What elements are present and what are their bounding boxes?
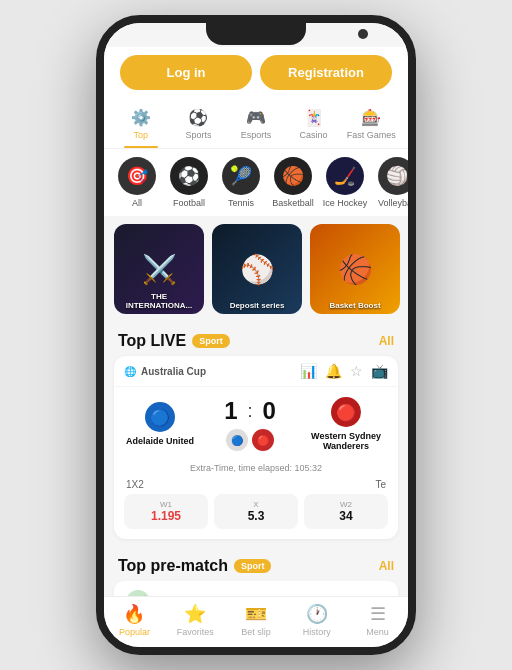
tab-sports[interactable]: ⚽ Sports: [170, 104, 228, 148]
favorites-icon: ⭐: [184, 603, 206, 625]
sport-filter: 🎯 All ⚽ Football 🎾 Tennis 🏀 Basketball 🏒…: [104, 149, 408, 216]
all-sport-icon: 🎯: [118, 157, 156, 195]
betslip-icon: 🎫: [245, 603, 267, 625]
popular-icon: 🔥: [123, 603, 145, 625]
bottom-nav: 🔥 Popular ⭐ Favorites 🎫 Bet slip 🕐 Histo…: [104, 596, 408, 647]
filter-tennis[interactable]: 🎾 Tennis: [218, 157, 264, 208]
top-icon: ⚙️: [131, 108, 151, 127]
odds-w2[interactable]: W2 34: [304, 494, 388, 529]
icehockey-icon: 🏒: [326, 157, 364, 195]
match-time: Extra-Time, time elapsed: 105:32: [114, 459, 398, 477]
tab-esports[interactable]: 🎮 Esports: [227, 104, 285, 148]
register-button[interactable]: Registration: [260, 55, 392, 90]
filter-icehockey[interactable]: 🏒 Ice Hockey: [322, 157, 368, 208]
match-header: 🌐 Australia Cup 📊 🔔 ☆ 📺: [114, 356, 398, 387]
bnav-menu[interactable]: ☰ Menu: [347, 603, 408, 637]
team1-name: Adelaide United: [126, 436, 194, 446]
promo-boost[interactable]: 🏀 Basket Boost: [310, 224, 400, 314]
bnav-history[interactable]: 🕐 History: [286, 603, 347, 637]
menu-icon: ☰: [370, 603, 386, 625]
basketball-icon: 🏀: [274, 157, 312, 195]
esports-icon: 🎮: [246, 108, 266, 127]
stream-icon[interactable]: 📺: [371, 363, 388, 379]
te-label: Te: [375, 479, 386, 490]
phone-shell: Log in Registration ⚙️ Top ⚽ Sports 🎮 Es…: [96, 15, 416, 655]
tab-top[interactable]: ⚙️ Top: [112, 104, 170, 148]
phone-notch: [206, 23, 306, 45]
score-row: 🔵 Adelaide United 1 : 0 🔵 🔴 🔴: [114, 387, 398, 459]
tab-casino[interactable]: 🃏 Casino: [285, 104, 343, 148]
stats-icon[interactable]: 📊: [300, 363, 317, 379]
promo-international[interactable]: ⚔️ THE INTERNATIONA...: [114, 224, 204, 314]
main-nav: ⚙️ Top ⚽ Sports 🎮 Esports 🃏 Casino 🎰 Fas…: [104, 98, 408, 149]
team2-block: 🔴 Western Sydney Wanderers: [306, 397, 386, 451]
casino-icon: 🃏: [304, 108, 324, 127]
market-labels: 1X2 Te: [114, 477, 398, 494]
tab-fastgames[interactable]: 🎰 Fast Games: [342, 104, 400, 148]
match-league: 🌐 Australia Cup: [124, 366, 206, 377]
bell-icon[interactable]: 🔔: [325, 363, 342, 379]
bnav-betslip[interactable]: 🎫 Bet slip: [226, 603, 287, 637]
promo-row: ⚔️ THE INTERNATIONA... ⚾ Deposit series …: [104, 216, 408, 322]
team2-name: Western Sydney Wanderers: [306, 431, 386, 451]
prematch-section-header: Top pre-match Sport All: [104, 547, 408, 581]
team2-logo: 🔴: [331, 397, 361, 427]
odds-w2-value: 34: [308, 509, 384, 523]
football-icon: ⚽: [170, 157, 208, 195]
bnav-popular[interactable]: 🔥 Popular: [104, 603, 165, 637]
odds-w1-label: W1: [128, 500, 204, 509]
score-sep: :: [248, 401, 253, 422]
auth-row: Log in Registration: [104, 47, 408, 98]
bnav-favorites[interactable]: ⭐ Favorites: [165, 603, 226, 637]
odds-w1[interactable]: W1 1.195: [124, 494, 208, 529]
live-title: Top LIVE Sport: [118, 332, 230, 350]
match-card: 🌐 Australia Cup 📊 🔔 ☆ 📺 🔵 Adelaide Unite…: [114, 356, 398, 539]
prematch-all-link[interactable]: All: [379, 559, 394, 573]
history-icon: 🕐: [306, 603, 328, 625]
volleyball-icon: 🏐: [378, 157, 408, 195]
filter-basketball[interactable]: 🏀 Basketball: [270, 157, 316, 208]
fastgames-icon: 🎰: [361, 108, 381, 127]
odds-x[interactable]: X 5.3: [214, 494, 298, 529]
star-icon[interactable]: ☆: [350, 363, 363, 379]
filter-volleyball[interactable]: 🏐 Volleyball: [374, 157, 408, 208]
phone-camera: [358, 29, 368, 39]
odds-w1-value: 1.195: [128, 509, 204, 523]
match-action-icons: 📊 🔔 ☆ 📺: [300, 363, 388, 379]
login-button[interactable]: Log in: [120, 55, 252, 90]
prematch-title: Top pre-match Sport: [118, 557, 271, 575]
promo-deposit[interactable]: ⚾ Deposit series: [212, 224, 302, 314]
score-logos: 🔵 🔴: [226, 429, 274, 451]
team1-logo: 🔵: [145, 402, 175, 432]
odds-row: W1 1.195 X 5.3 W2 34: [114, 494, 398, 539]
live-section-header: Top LIVE Sport All: [104, 322, 408, 356]
live-all-link[interactable]: All: [379, 334, 394, 348]
odds-x-label: X: [218, 500, 294, 509]
team2-mini-logo: 🔴: [252, 429, 274, 451]
filter-football[interactable]: ⚽ Football: [166, 157, 212, 208]
score2: 0: [263, 397, 276, 425]
phone-screen: Log in Registration ⚙️ Top ⚽ Sports 🎮 Es…: [104, 23, 408, 647]
team1-block: 🔵 Adelaide United: [126, 402, 194, 446]
team1-mini-logo: 🔵: [226, 429, 248, 451]
score-block: 1 : 0 🔵 🔴: [224, 397, 276, 451]
league-globe-icon: 🌐: [124, 366, 136, 377]
filter-all[interactable]: 🎯 All: [114, 157, 160, 208]
sports-icon: ⚽: [188, 108, 208, 127]
tennis-icon: 🎾: [222, 157, 260, 195]
odds-x-value: 5.3: [218, 509, 294, 523]
promo-deposit-label: Deposit series: [212, 301, 302, 310]
promo-international-label: THE INTERNATIONA...: [114, 292, 204, 310]
market-label: 1X2: [126, 479, 144, 490]
live-sport-badge: Sport: [192, 334, 230, 348]
prematch-sport-badge: Sport: [234, 559, 272, 573]
promo-boost-label: Basket Boost: [310, 301, 400, 310]
odds-w2-label: W2: [308, 500, 384, 509]
score-display: 1 : 0: [224, 397, 276, 425]
score1: 1: [224, 397, 237, 425]
